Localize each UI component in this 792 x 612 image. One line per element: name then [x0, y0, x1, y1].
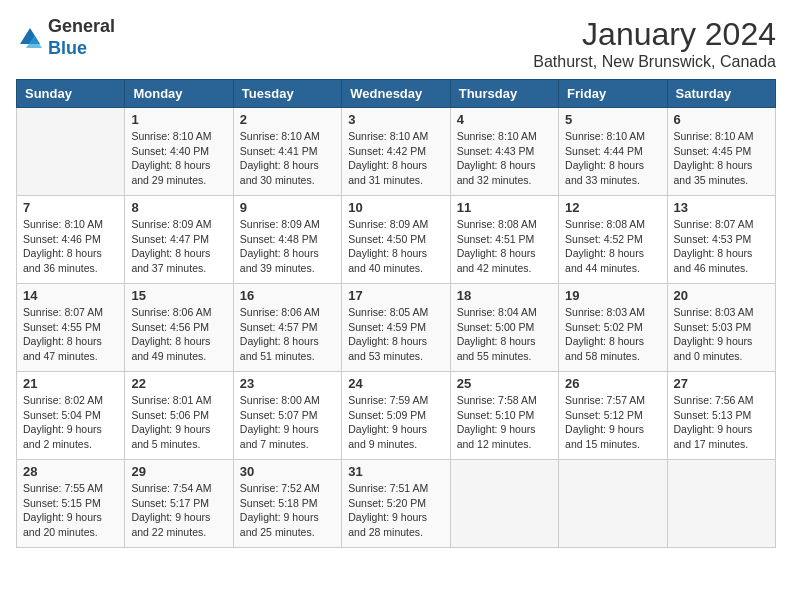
calendar-cell: 18Sunrise: 8:04 AMSunset: 5:00 PMDayligh… — [450, 284, 558, 372]
calendar-cell: 30Sunrise: 7:52 AMSunset: 5:18 PMDayligh… — [233, 460, 341, 548]
logo-general-text: General — [48, 16, 115, 36]
calendar-body: 1Sunrise: 8:10 AMSunset: 4:40 PMDaylight… — [17, 108, 776, 548]
calendar-cell: 4Sunrise: 8:10 AMSunset: 4:43 PMDaylight… — [450, 108, 558, 196]
day-number: 29 — [131, 464, 226, 479]
calendar-cell: 21Sunrise: 8:02 AMSunset: 5:04 PMDayligh… — [17, 372, 125, 460]
calendar-cell: 5Sunrise: 8:10 AMSunset: 4:44 PMDaylight… — [559, 108, 667, 196]
day-number: 10 — [348, 200, 443, 215]
day-info: Sunrise: 7:57 AMSunset: 5:12 PMDaylight:… — [565, 393, 660, 452]
calendar-cell: 24Sunrise: 7:59 AMSunset: 5:09 PMDayligh… — [342, 372, 450, 460]
calendar-week-row: 1Sunrise: 8:10 AMSunset: 4:40 PMDaylight… — [17, 108, 776, 196]
header: General Blue January 2024 Bathurst, New … — [16, 16, 776, 71]
calendar-week-row: 14Sunrise: 8:07 AMSunset: 4:55 PMDayligh… — [17, 284, 776, 372]
calendar-cell — [667, 460, 775, 548]
calendar-week-row: 7Sunrise: 8:10 AMSunset: 4:46 PMDaylight… — [17, 196, 776, 284]
calendar-cell: 2Sunrise: 8:10 AMSunset: 4:41 PMDaylight… — [233, 108, 341, 196]
calendar-cell: 16Sunrise: 8:06 AMSunset: 4:57 PMDayligh… — [233, 284, 341, 372]
day-of-week-header: Wednesday — [342, 80, 450, 108]
calendar-cell: 27Sunrise: 7:56 AMSunset: 5:13 PMDayligh… — [667, 372, 775, 460]
day-info: Sunrise: 8:06 AMSunset: 4:56 PMDaylight:… — [131, 305, 226, 364]
day-number: 7 — [23, 200, 118, 215]
day-info: Sunrise: 7:52 AMSunset: 5:18 PMDaylight:… — [240, 481, 335, 540]
day-of-week-header: Friday — [559, 80, 667, 108]
day-number: 27 — [674, 376, 769, 391]
calendar-cell: 20Sunrise: 8:03 AMSunset: 5:03 PMDayligh… — [667, 284, 775, 372]
day-info: Sunrise: 8:10 AMSunset: 4:45 PMDaylight:… — [674, 129, 769, 188]
logo-blue-text: Blue — [48, 38, 87, 58]
day-number: 8 — [131, 200, 226, 215]
calendar-subtitle: Bathurst, New Brunswick, Canada — [533, 53, 776, 71]
logo-icon — [16, 24, 44, 52]
day-number: 3 — [348, 112, 443, 127]
calendar-cell: 17Sunrise: 8:05 AMSunset: 4:59 PMDayligh… — [342, 284, 450, 372]
day-info: Sunrise: 8:08 AMSunset: 4:51 PMDaylight:… — [457, 217, 552, 276]
day-info: Sunrise: 8:06 AMSunset: 4:57 PMDaylight:… — [240, 305, 335, 364]
day-info: Sunrise: 8:04 AMSunset: 5:00 PMDaylight:… — [457, 305, 552, 364]
day-number: 20 — [674, 288, 769, 303]
day-number: 18 — [457, 288, 552, 303]
calendar-cell: 1Sunrise: 8:10 AMSunset: 4:40 PMDaylight… — [125, 108, 233, 196]
day-of-week-header: Sunday — [17, 80, 125, 108]
calendar-cell: 29Sunrise: 7:54 AMSunset: 5:17 PMDayligh… — [125, 460, 233, 548]
day-number: 15 — [131, 288, 226, 303]
day-number: 6 — [674, 112, 769, 127]
calendar-cell: 9Sunrise: 8:09 AMSunset: 4:48 PMDaylight… — [233, 196, 341, 284]
day-number: 19 — [565, 288, 660, 303]
calendar-cell: 8Sunrise: 8:09 AMSunset: 4:47 PMDaylight… — [125, 196, 233, 284]
logo: General Blue — [16, 16, 115, 59]
day-info: Sunrise: 7:55 AMSunset: 5:15 PMDaylight:… — [23, 481, 118, 540]
day-info: Sunrise: 7:51 AMSunset: 5:20 PMDaylight:… — [348, 481, 443, 540]
day-number: 28 — [23, 464, 118, 479]
calendar-cell: 10Sunrise: 8:09 AMSunset: 4:50 PMDayligh… — [342, 196, 450, 284]
day-info: Sunrise: 8:10 AMSunset: 4:46 PMDaylight:… — [23, 217, 118, 276]
day-of-week-header: Monday — [125, 80, 233, 108]
day-number: 2 — [240, 112, 335, 127]
day-info: Sunrise: 8:10 AMSunset: 4:42 PMDaylight:… — [348, 129, 443, 188]
day-of-week-header: Tuesday — [233, 80, 341, 108]
calendar-header: SundayMondayTuesdayWednesdayThursdayFrid… — [17, 80, 776, 108]
day-number: 14 — [23, 288, 118, 303]
day-number: 26 — [565, 376, 660, 391]
calendar-cell: 14Sunrise: 8:07 AMSunset: 4:55 PMDayligh… — [17, 284, 125, 372]
calendar-cell: 12Sunrise: 8:08 AMSunset: 4:52 PMDayligh… — [559, 196, 667, 284]
day-number: 21 — [23, 376, 118, 391]
day-of-week-header: Thursday — [450, 80, 558, 108]
day-number: 5 — [565, 112, 660, 127]
calendar-table: SundayMondayTuesdayWednesdayThursdayFrid… — [16, 79, 776, 548]
day-number: 9 — [240, 200, 335, 215]
day-info: Sunrise: 8:10 AMSunset: 4:43 PMDaylight:… — [457, 129, 552, 188]
day-info: Sunrise: 7:56 AMSunset: 5:13 PMDaylight:… — [674, 393, 769, 452]
day-info: Sunrise: 8:09 AMSunset: 4:47 PMDaylight:… — [131, 217, 226, 276]
day-number: 24 — [348, 376, 443, 391]
day-number: 22 — [131, 376, 226, 391]
calendar-cell: 3Sunrise: 8:10 AMSunset: 4:42 PMDaylight… — [342, 108, 450, 196]
calendar-cell — [450, 460, 558, 548]
calendar-cell: 6Sunrise: 8:10 AMSunset: 4:45 PMDaylight… — [667, 108, 775, 196]
day-info: Sunrise: 8:10 AMSunset: 4:44 PMDaylight:… — [565, 129, 660, 188]
day-of-week-header: Saturday — [667, 80, 775, 108]
calendar-cell: 25Sunrise: 7:58 AMSunset: 5:10 PMDayligh… — [450, 372, 558, 460]
day-number: 4 — [457, 112, 552, 127]
day-info: Sunrise: 8:07 AMSunset: 4:55 PMDaylight:… — [23, 305, 118, 364]
day-number: 25 — [457, 376, 552, 391]
day-number: 16 — [240, 288, 335, 303]
day-number: 12 — [565, 200, 660, 215]
day-info: Sunrise: 8:07 AMSunset: 4:53 PMDaylight:… — [674, 217, 769, 276]
calendar-cell: 23Sunrise: 8:00 AMSunset: 5:07 PMDayligh… — [233, 372, 341, 460]
day-number: 23 — [240, 376, 335, 391]
calendar-cell: 22Sunrise: 8:01 AMSunset: 5:06 PMDayligh… — [125, 372, 233, 460]
day-info: Sunrise: 8:00 AMSunset: 5:07 PMDaylight:… — [240, 393, 335, 452]
day-number: 30 — [240, 464, 335, 479]
calendar-cell: 11Sunrise: 8:08 AMSunset: 4:51 PMDayligh… — [450, 196, 558, 284]
day-info: Sunrise: 7:59 AMSunset: 5:09 PMDaylight:… — [348, 393, 443, 452]
calendar-week-row: 21Sunrise: 8:02 AMSunset: 5:04 PMDayligh… — [17, 372, 776, 460]
day-info: Sunrise: 8:08 AMSunset: 4:52 PMDaylight:… — [565, 217, 660, 276]
calendar-cell: 7Sunrise: 8:10 AMSunset: 4:46 PMDaylight… — [17, 196, 125, 284]
day-info: Sunrise: 7:54 AMSunset: 5:17 PMDaylight:… — [131, 481, 226, 540]
calendar-cell: 26Sunrise: 7:57 AMSunset: 5:12 PMDayligh… — [559, 372, 667, 460]
calendar-title: January 2024 — [533, 16, 776, 53]
title-area: January 2024 Bathurst, New Brunswick, Ca… — [533, 16, 776, 71]
day-number: 17 — [348, 288, 443, 303]
day-info: Sunrise: 8:10 AMSunset: 4:41 PMDaylight:… — [240, 129, 335, 188]
day-info: Sunrise: 8:01 AMSunset: 5:06 PMDaylight:… — [131, 393, 226, 452]
